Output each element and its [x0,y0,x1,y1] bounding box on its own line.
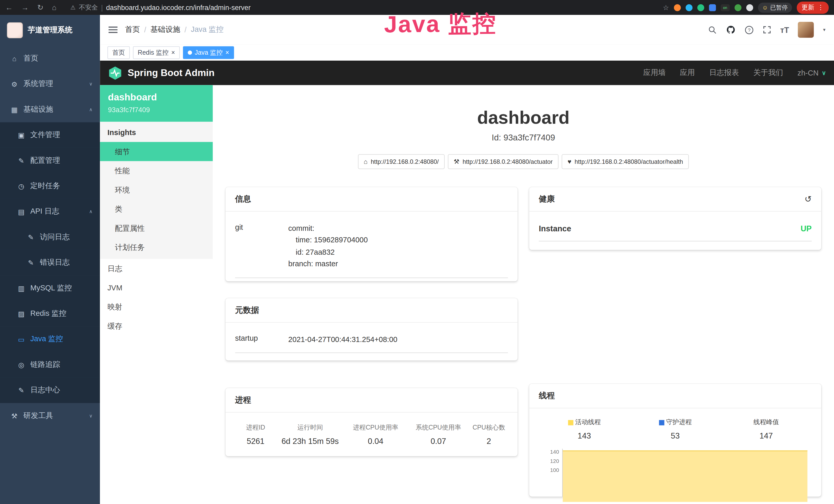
edit-icon: ✎ [17,157,25,165]
sba-nav-journal[interactable]: 日志报表 [709,68,739,77]
sba-nav-caches[interactable]: 缓存 [100,316,213,336]
sidebar-item-config-mgmt[interactable]: ✎ 配置管理 [0,148,100,173]
sba-nav-metrics[interactable]: 性能 [100,161,213,180]
sba-nav-details[interactable]: 细节 [100,142,213,161]
tools-icon: ⚒ [10,412,19,420]
update-button[interactable]: 更新 ⋮ [797,1,829,14]
sidebar-item-access-logs[interactable]: ✎ 访问日志 [0,224,100,250]
brand: 芋道管理系统 [0,15,100,46]
url-text: dashboard.yudao.iocoder.cn/infra/admin-s… [106,3,251,11]
instance-name: dashboard [108,92,205,103]
sba-nav-jvm[interactable]: JVM [100,278,213,297]
menu-dots-icon[interactable]: ⋮ [817,4,824,11]
extension-icon-2[interactable] [685,4,693,11]
chart-plot-area [562,449,808,497]
sidebar-item-error-logs[interactable]: ✎ 错误日志 [0,250,100,275]
extension-leaf-icon[interactable] [734,4,741,11]
sidebar-item-mysql-monitor[interactable]: ▥ MySQL 监控 [0,275,100,301]
legend-yellow-swatch [568,420,573,425]
sba-nav-classes[interactable]: 类 [100,200,213,219]
sba-content: dashboard Id: 93a3fc7f7409 ⌂ http://192.… [213,85,834,504]
sba-nav-about[interactable]: 关于我们 [753,68,783,77]
extension-grid-icon[interactable] [709,4,716,11]
breadcrumb-current: Java 监控 [191,25,223,35]
instance-links: ⌂ http://192.168.0.2:48080/ ⚒ http://192… [213,154,834,169]
sba-logo-icon [108,66,122,80]
sba-group-insights: Insights [100,122,213,142]
sidebar-item-api-logs[interactable]: ▤ API 日志 ∧ [0,199,100,224]
sidebar-item-infrastructure[interactable]: ▦ 基础设施 ∧ [0,97,100,122]
sba-nav-mappings[interactable]: 映射 [100,297,213,317]
link-health-url[interactable]: ♥ http://192.168.0.2:48080/actuator/heal… [562,154,689,169]
sba-nav-scheduled-tasks[interactable]: 计划任务 [100,238,213,257]
reload-icon[interactable]: ↻ [37,3,43,12]
close-icon[interactable]: × [171,49,175,56]
security-label: 不安全 [79,3,98,12]
chevron-down-icon: ∨ [89,413,93,418]
svg-text:?: ? [748,27,750,32]
mysql-icon: ▥ [17,284,25,292]
collapse-menu-icon[interactable] [108,26,117,33]
page-subtitle: Id: 93a3fc7f7409 [213,133,834,142]
warning-icon: ⚠ [70,4,75,11]
extension-icon-3[interactable] [697,4,704,11]
chart-live-threads-area [563,450,808,502]
metadata-row-startup: startup 2021-04-27T00:44:31.254+08:00 [235,327,508,353]
tab-home[interactable]: 首页 [107,46,130,59]
sidebar-item-home[interactable]: ⌂ 首页 [0,46,100,71]
history-icon[interactable]: ↺ [805,194,812,204]
tab-redis-monitor[interactable]: Redis 监控 × [133,46,180,59]
bookmark-star-icon[interactable]: ☆ [663,3,669,11]
trace-icon: ◎ [17,361,25,369]
close-icon[interactable]: × [225,49,229,56]
threads-card-title: 线程 [529,384,821,408]
file-icon: ▣ [17,131,25,139]
sidebar-item-system-mgmt[interactable]: ⚙ 系统管理 ∨ [0,71,100,96]
back-icon[interactable]: ← [5,3,13,12]
sidebar-item-log-center[interactable]: ✎ 日志中心 [0,377,100,403]
sidebar-item-java-monitor[interactable]: ▭ Java 监控 [0,326,100,352]
sidebar-item-dev-tools[interactable]: ⚒ 研发工具 ∨ [0,403,100,429]
github-icon[interactable] [726,25,736,35]
avatar-caret-icon[interactable]: ▾ [823,27,825,32]
address-bar[interactable]: ⚠ 不安全 | dashboard.yudao.iocoder.cn/infra… [70,3,251,12]
instance-header[interactable]: dashboard 93a3fc7f7409 [100,85,213,122]
fullscreen-icon[interactable] [763,25,771,34]
sidebar-item-redis-monitor[interactable]: ▨ Redis 监控 [0,301,100,326]
sidebar-item-tracing[interactable]: ◎ 链路追踪 [0,352,100,377]
forward-icon[interactable]: → [21,3,29,12]
api-log-icon: ▤ [17,208,25,216]
paused-badge[interactable]: ☺ 已暂停 [758,2,792,12]
screen: ← → ↻ ⌂ ⚠ 不安全 | dashboard.yudao.iocoder.… [0,0,834,504]
sba-nav-wallboard[interactable]: 应用墙 [643,68,665,77]
infrastructure-icon: ▦ [10,106,19,113]
sba-nav-environment[interactable]: 环境 [100,180,213,200]
info-card-title: 信息 [225,187,518,211]
link-actuator-url[interactable]: ⚒ http://192.168.0.2:48080/actuator [448,154,558,169]
home-icon: ⌂ [10,54,19,62]
locale-select[interactable]: zh-CN ∨ [797,69,826,77]
extension-puzzle-icon[interactable] [746,4,753,11]
annotation-java-monitor: Java 监控 [384,8,497,40]
sba-nav-configprops[interactable]: 配置属性 [100,219,213,238]
chevron-down-icon: ∨ [822,69,826,76]
font-size-icon[interactable]: тT [780,25,789,34]
timer-icon: ◷ [17,182,25,190]
extension-icon-1[interactable] [674,4,681,11]
breadcrumb-infrastructure[interactable]: 基础设施 [151,25,180,35]
home-icon[interactable]: ⌂ [52,3,57,12]
status-badge: UP [800,224,812,233]
breadcrumb-home[interactable]: 首页 [125,25,140,35]
brand-logo [7,22,23,38]
extension-on-badge[interactable]: on [721,4,729,11]
sidebar-item-cron-jobs[interactable]: ◷ 定时任务 [0,173,100,199]
user-avatar[interactable] [798,22,814,38]
link-base-url[interactable]: ⌂ http://192.168.0.2:48080/ [358,154,445,169]
process-table: 进程ID 运行时间 进程CPU使用率 系统CPU使用率 CPU核心数 5261 [235,417,508,453]
search-icon[interactable] [708,25,717,34]
sidebar-item-file-mgmt[interactable]: ▣ 文件管理 [0,122,100,147]
tab-java-monitor[interactable]: Java 监控 × [183,46,234,59]
sba-nav-applications[interactable]: 应用 [680,68,695,77]
help-icon[interactable]: ? [745,25,753,34]
sba-nav-logs[interactable]: 日志 [100,259,213,278]
